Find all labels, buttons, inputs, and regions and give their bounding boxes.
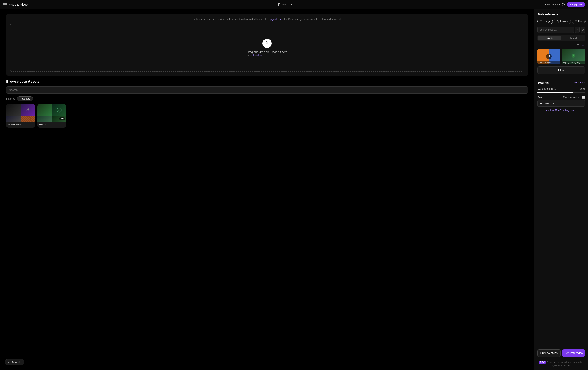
list-view-btn[interactable]: ☰ <box>576 43 580 47</box>
upload-container: The first 4 seconds of the video will be… <box>6 14 528 76</box>
emoji-filter-btn[interactable]: ☺ <box>581 27 585 33</box>
style-asset-thumbnails: +2 Demo Images ↑ <box>537 49 585 64</box>
favorites-filter-chip[interactable]: Favorites <box>17 96 33 101</box>
topbar: Video to Video Gen-1 18 seconds left + U… <box>0 0 588 9</box>
asset-card-gen2[interactable]: +9 Gen-2 <box>37 104 66 128</box>
tutorials-button[interactable]: Tutorials <box>5 359 24 365</box>
supir-label: supir_00042_.png <box>562 61 585 64</box>
topbar-left: Video to Video <box>3 3 28 6</box>
grid-view-btn[interactable]: ⊞ <box>581 43 585 47</box>
chevron-down-icon <box>291 3 293 6</box>
folder-label: Gen-1 <box>283 3 289 6</box>
app-title: Video to Video <box>9 3 28 6</box>
main-layout: The first 4 seconds of the video will be… <box>0 9 588 370</box>
private-shared-tabs: Private Shared <box>537 35 585 41</box>
style-strength-info-icon <box>554 87 556 90</box>
preview-styles-button[interactable]: Preview styles <box>537 349 561 357</box>
tab-image[interactable]: Image <box>537 19 553 24</box>
svg-line-7 <box>28 110 29 111</box>
style-tabs: Image Presets Prompt <box>537 19 585 24</box>
search-assets-input[interactable] <box>537 27 574 33</box>
style-strength-value: 75% <box>580 87 585 90</box>
style-reference-title: Style reference <box>537 13 585 16</box>
svg-marker-20 <box>8 361 10 363</box>
settings-section: Settings Advanced Style strength 75% See… <box>534 77 588 347</box>
folder-button[interactable]: Gen-1 <box>278 3 293 6</box>
upgrade-button[interactable]: + Upgrade <box>567 2 585 7</box>
svg-point-9 <box>541 21 541 21</box>
info-icon <box>562 3 565 6</box>
seed-row: Seed Randomized ⇄ ⬜ <box>537 96 585 99</box>
tab-prompt[interactable]: Prompt <box>572 19 588 24</box>
bird-svg <box>569 53 577 60</box>
asset-card-demo[interactable]: Demo Assets <box>6 104 35 128</box>
tab-presets[interactable]: Presets <box>554 19 571 24</box>
right-panel: Style reference Image Presets Prompt ↑ <box>534 9 588 370</box>
demo-images-badge: +2 <box>546 54 552 59</box>
timer-display: 18 seconds left <box>544 3 565 6</box>
seed-copy-btn[interactable]: ⬜ <box>582 96 585 99</box>
style-strength-fill <box>537 92 573 93</box>
svg-point-4 <box>27 108 29 110</box>
style-strength-row: Style strength 75% <box>537 87 585 90</box>
seed-input[interactable] <box>537 100 585 107</box>
browse-section: Browse your Assets Filter by Favorites <box>6 80 528 128</box>
asset-badge-gen2: +9 <box>59 117 65 120</box>
tab-private[interactable]: Private <box>538 36 561 41</box>
prompt-icon <box>575 20 577 22</box>
browse-title: Browse your Assets <box>6 80 528 84</box>
asset-thumb-gen2: +9 <box>37 104 66 122</box>
asset-grid: Demo Assets +9 <box>6 104 528 128</box>
center-content: The first 4 seconds of the video will be… <box>0 9 534 370</box>
bottom-hint: NEW Speed up your workflow by previewing… <box>534 359 588 370</box>
timer-text: 18 seconds left <box>544 3 560 6</box>
seed-shuffle-btn[interactable]: ⇄ <box>578 96 580 99</box>
svg-point-16 <box>573 54 574 55</box>
asset-thumb-demo <box>6 104 35 122</box>
topbar-right: 18 seconds left + Upgrade <box>544 2 585 7</box>
asset-name-gen2: Gen-2 <box>37 122 66 128</box>
menu-icon[interactable] <box>3 3 7 6</box>
style-strength-slider[interactable] <box>537 92 585 93</box>
advanced-link[interactable]: Advanced <box>574 81 585 84</box>
upload-button[interactable]: Upload <box>537 66 585 74</box>
demo-images-label: Demo Images <box>537 61 560 64</box>
svg-marker-10 <box>556 20 559 22</box>
style-reference-section: Style reference Image Presets Prompt ↑ <box>534 9 588 77</box>
seed-controls: Randomized ⇄ ⬜ <box>563 96 585 99</box>
learn-link[interactable]: Learn how Gen-1 settings work → <box>537 109 585 112</box>
hint-text: Speed up your workflow by previewing sty… <box>547 361 583 367</box>
demo-images-upload-icon: ↑ <box>558 50 559 53</box>
drop-text: Drag and drop file ( video ) here or upl… <box>247 50 287 57</box>
upload-notice: The first 4 seconds of the video will be… <box>10 18 524 21</box>
view-toggle: ☰ ⊞ <box>537 43 585 47</box>
upload-asset-icon-btn[interactable]: ↑ <box>575 27 579 33</box>
bottom-buttons: Preview styles Generate video <box>534 347 588 359</box>
generate-video-button[interactable]: Generate video <box>562 349 585 357</box>
upload-cloud-icon <box>262 39 272 48</box>
topbar-center: Gen-1 <box>278 3 293 6</box>
folder-icon <box>278 3 281 6</box>
upgrade-link[interactable]: Upgrade now <box>269 18 284 21</box>
search-assets-row: ↑ ☺ <box>537 27 585 33</box>
filter-row: Filter by Favorites <box>6 96 528 101</box>
new-badge: NEW <box>539 360 546 364</box>
upgrade-label: + Upgrade <box>570 3 582 6</box>
seed-randomized-text: Randomized <box>563 96 577 99</box>
seed-label: Seed <box>537 96 543 99</box>
supir-upload-icon: ↑ <box>583 50 584 53</box>
tutorials-label: Tutorials <box>12 361 21 364</box>
browse-search-input[interactable] <box>6 86 528 94</box>
tutorials-icon <box>8 361 10 364</box>
drop-zone[interactable]: Drag and drop file ( video ) here or upl… <box>10 24 524 72</box>
image-icon <box>540 20 542 22</box>
settings-title: Settings <box>537 81 549 84</box>
asset-name-demo: Demo Assets <box>6 122 35 128</box>
style-asset-supir[interactable]: supir_00042_.png ↑ <box>562 49 585 64</box>
settings-header: Settings Advanced <box>537 81 585 84</box>
style-strength-label: Style strength <box>537 87 556 90</box>
style-asset-demo-images[interactable]: +2 Demo Images ↑ <box>537 49 560 64</box>
upload-link[interactable]: upload here <box>250 54 265 57</box>
presets-icon <box>556 20 559 22</box>
tab-shared[interactable]: Shared <box>561 36 585 41</box>
